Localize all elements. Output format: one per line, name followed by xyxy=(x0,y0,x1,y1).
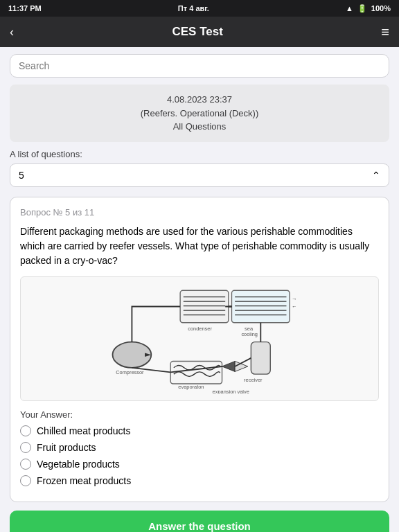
svg-text:evaporaton: evaporaton xyxy=(178,383,204,389)
radio-1[interactable] xyxy=(20,442,31,453)
svg-marker-26 xyxy=(222,361,236,371)
diagram-svg: → ← sea cooling condenser xyxy=(28,284,371,393)
option-label-2: Vegetable products xyxy=(37,459,120,470)
option-label-3: Frozen meat products xyxy=(37,475,131,486)
wifi-icon: ▲ xyxy=(346,4,353,12)
page-title: CES Test xyxy=(172,25,222,39)
svg-text:condenser: condenser xyxy=(188,325,212,331)
search-input[interactable] xyxy=(10,54,389,78)
status-date: Пт 4 авг. xyxy=(178,4,209,12)
radio-2[interactable] xyxy=(20,459,31,470)
question-number: Вопрос № 5 из 11 xyxy=(20,207,379,218)
battery-percent: 100% xyxy=(371,4,391,12)
option-label-0: Chilled meat products xyxy=(37,425,130,436)
question-select[interactable]: 5 ⌃ xyxy=(10,163,389,187)
option-label-1: Fruit products xyxy=(37,442,96,453)
questions-label: A list of questions: xyxy=(10,149,389,159)
option-row-1[interactable]: Fruit products xyxy=(20,442,379,453)
info-date: 4.08.2023 23:37 xyxy=(18,93,381,107)
back-button[interactable]: ‹ xyxy=(10,25,14,39)
status-right: ▲ 🔋 100% xyxy=(346,4,391,13)
svg-text:expansion valve: expansion valve xyxy=(213,389,249,393)
info-scope: All Questions xyxy=(18,120,381,134)
main-content: 4.08.2023 23:37 (Reefers. Operational (D… xyxy=(0,47,399,532)
svg-text:←: ← xyxy=(292,303,296,310)
status-bar: 11:37 PM Пт 4 авг. ▲ 🔋 100% xyxy=(0,0,399,17)
svg-text:→: → xyxy=(292,296,296,302)
option-row-2[interactable]: Vegetable products xyxy=(20,459,379,470)
svg-rect-10 xyxy=(180,290,229,322)
your-answer-label: Your Answer: xyxy=(20,409,379,420)
battery-icon: 🔋 xyxy=(357,4,367,13)
question-card: Вопрос № 5 из 11 Different packaging met… xyxy=(10,197,389,502)
svg-rect-0 xyxy=(231,290,290,322)
info-box: 4.08.2023 23:37 (Reefers. Operational (D… xyxy=(10,85,389,142)
chevron-icon: ⌃ xyxy=(372,170,380,181)
answer-button[interactable]: Answer the question xyxy=(10,511,389,533)
radio-0[interactable] xyxy=(20,425,31,436)
svg-text:Compressor: Compressor xyxy=(116,369,144,375)
radio-3[interactable] xyxy=(20,475,31,486)
svg-text:receiver: receiver xyxy=(244,377,263,383)
svg-text:cooling: cooling xyxy=(241,331,258,337)
diagram-container: → ← sea cooling condenser xyxy=(20,276,379,401)
option-row-3[interactable]: Frozen meat products xyxy=(20,475,379,486)
menu-icon[interactable]: ≡ xyxy=(381,24,389,40)
status-time: 11:37 PM xyxy=(8,4,42,12)
option-row-0[interactable]: Chilled meat products xyxy=(20,425,379,436)
question-text: Different packaging methods are used for… xyxy=(20,224,379,268)
info-category: (Reefers. Operational (Deck)) xyxy=(18,107,381,121)
nav-bar: ‹ CES Test ≡ xyxy=(0,17,399,47)
select-value: 5 xyxy=(19,170,24,181)
svg-rect-19 xyxy=(251,342,270,373)
